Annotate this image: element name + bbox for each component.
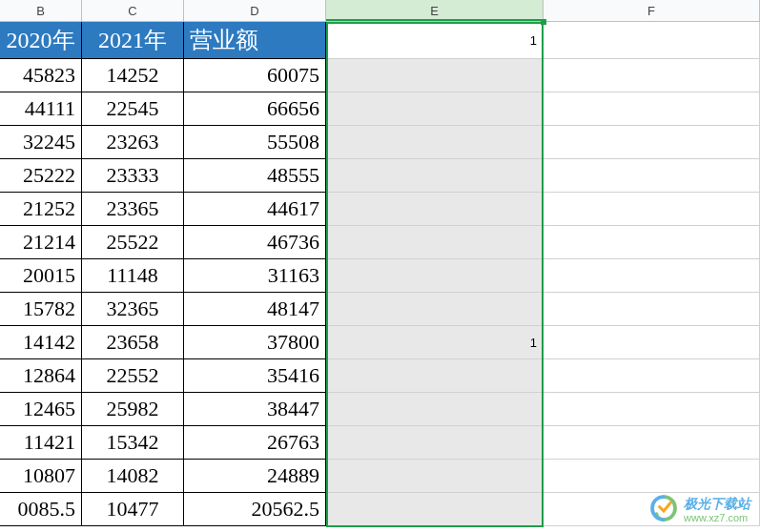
- cell[interactable]: 15342: [82, 426, 184, 460]
- cell[interactable]: 25982: [82, 393, 184, 426]
- cell-f[interactable]: [544, 293, 760, 326]
- cell[interactable]: 55508: [184, 126, 326, 159]
- cell[interactable]: 12465: [0, 393, 82, 426]
- cell[interactable]: 31163: [184, 259, 326, 293]
- table-row: 14142 23658 37800 1: [0, 326, 760, 359]
- header-row: 2020年 2021年 营业额 1: [0, 22, 760, 59]
- cell-f[interactable]: [544, 59, 760, 92]
- cell[interactable]: 10477: [82, 493, 184, 526]
- cell-f[interactable]: [544, 259, 760, 293]
- cell-e[interactable]: [326, 126, 544, 159]
- cell[interactable]: 20562.5: [184, 493, 326, 526]
- cell-f[interactable]: [544, 359, 760, 393]
- cell[interactable]: 14252: [82, 59, 184, 92]
- table-row: 10807 14082 24889: [0, 460, 760, 493]
- cell-e1[interactable]: 1: [326, 22, 544, 59]
- cell[interactable]: 37800: [184, 326, 326, 359]
- cell-e[interactable]: [326, 193, 544, 226]
- col-header-e[interactable]: E: [326, 0, 544, 21]
- cell-e[interactable]: [326, 226, 544, 259]
- cell-f[interactable]: [544, 193, 760, 226]
- cell[interactable]: 32245: [0, 126, 82, 159]
- cell-e[interactable]: [326, 159, 544, 193]
- cell[interactable]: 60075: [184, 59, 326, 92]
- cell[interactable]: 23658: [82, 326, 184, 359]
- cell[interactable]: 23333: [82, 159, 184, 193]
- cell[interactable]: 24889: [184, 460, 326, 493]
- table-row: 32245 23263 55508: [0, 126, 760, 159]
- col-header-f[interactable]: F: [544, 0, 760, 21]
- table-row: 12465 25982 38447: [0, 393, 760, 426]
- cell-e[interactable]: [326, 293, 544, 326]
- cell-e9[interactable]: 1: [326, 326, 544, 359]
- cell[interactable]: 14142: [0, 326, 82, 359]
- watermark-text: 极光下载站 www.xz7.com: [684, 497, 750, 522]
- cell[interactable]: 25522: [82, 226, 184, 259]
- cell[interactable]: 14082: [82, 460, 184, 493]
- cell[interactable]: 12864: [0, 359, 82, 393]
- cell-e[interactable]: [326, 259, 544, 293]
- cell[interactable]: 25222: [0, 159, 82, 193]
- cell[interactable]: 44111: [0, 92, 82, 126]
- col-header-c[interactable]: C: [82, 0, 184, 21]
- cell[interactable]: 22552: [82, 359, 184, 393]
- table-row: 21252 23365 44617: [0, 193, 760, 226]
- cell[interactable]: 11421: [0, 426, 82, 460]
- cell-f[interactable]: [544, 460, 760, 493]
- cell[interactable]: 11148: [82, 259, 184, 293]
- col-header-b[interactable]: B: [0, 0, 82, 21]
- header-2020[interactable]: 2020年: [0, 22, 82, 59]
- cell[interactable]: 21252: [0, 193, 82, 226]
- cell[interactable]: 15782: [0, 293, 82, 326]
- table-row: 11421 15342 26763: [0, 426, 760, 460]
- cell[interactable]: 45823: [0, 59, 82, 92]
- cell[interactable]: 10807: [0, 460, 82, 493]
- cell-f[interactable]: [544, 393, 760, 426]
- cell-e[interactable]: [326, 359, 544, 393]
- fill-handle[interactable]: [541, 19, 546, 25]
- cell-e[interactable]: [326, 493, 544, 526]
- cell-f[interactable]: [544, 326, 760, 359]
- cell-f[interactable]: [544, 126, 760, 159]
- cell[interactable]: 21214: [0, 226, 82, 259]
- table-row: 20015 11148 31163: [0, 259, 760, 293]
- cell[interactable]: 20015: [0, 259, 82, 293]
- table-row: 12864 22552 35416: [0, 359, 760, 393]
- watermark-title: 极光下载站: [684, 497, 750, 511]
- table-row: 21214 25522 46736: [0, 226, 760, 259]
- cell-e[interactable]: [326, 59, 544, 92]
- cell[interactable]: 44617: [184, 193, 326, 226]
- cell[interactable]: 38447: [184, 393, 326, 426]
- watermark-url: www.xz7.com: [684, 512, 750, 523]
- cell-f1[interactable]: [544, 22, 760, 59]
- grid: 2020年 2021年 营业额 1 45823 14252 60075 4411…: [0, 22, 760, 526]
- cell-f[interactable]: [544, 426, 760, 460]
- cell[interactable]: 22545: [82, 92, 184, 126]
- header-revenue[interactable]: 营业额: [184, 22, 326, 59]
- cell-e[interactable]: [326, 393, 544, 426]
- cell-e[interactable]: [326, 92, 544, 126]
- cell[interactable]: 23263: [82, 126, 184, 159]
- cell-e[interactable]: [326, 426, 544, 460]
- watermark: 极光下载站 www.xz7.com: [649, 494, 750, 526]
- logo-icon: [649, 494, 678, 526]
- cell-e[interactable]: [326, 460, 544, 493]
- cell[interactable]: 23365: [82, 193, 184, 226]
- cell-f[interactable]: [544, 226, 760, 259]
- cell[interactable]: 48147: [184, 293, 326, 326]
- cell-f[interactable]: [544, 92, 760, 126]
- cell[interactable]: 66656: [184, 92, 326, 126]
- cell[interactable]: 32365: [82, 293, 184, 326]
- header-2021[interactable]: 2021年: [82, 22, 184, 59]
- table-row: 44111 22545 66656: [0, 92, 760, 126]
- cell[interactable]: 0085.5: [0, 493, 82, 526]
- cell[interactable]: 35416: [184, 359, 326, 393]
- cell[interactable]: 26763: [184, 426, 326, 460]
- column-headers: B C D E F: [0, 0, 760, 22]
- cell-f[interactable]: [544, 159, 760, 193]
- table-row: 25222 23333 48555: [0, 159, 760, 193]
- cell[interactable]: 46736: [184, 226, 326, 259]
- cell[interactable]: 48555: [184, 159, 326, 193]
- table-row: 45823 14252 60075: [0, 59, 760, 92]
- col-header-d[interactable]: D: [184, 0, 326, 21]
